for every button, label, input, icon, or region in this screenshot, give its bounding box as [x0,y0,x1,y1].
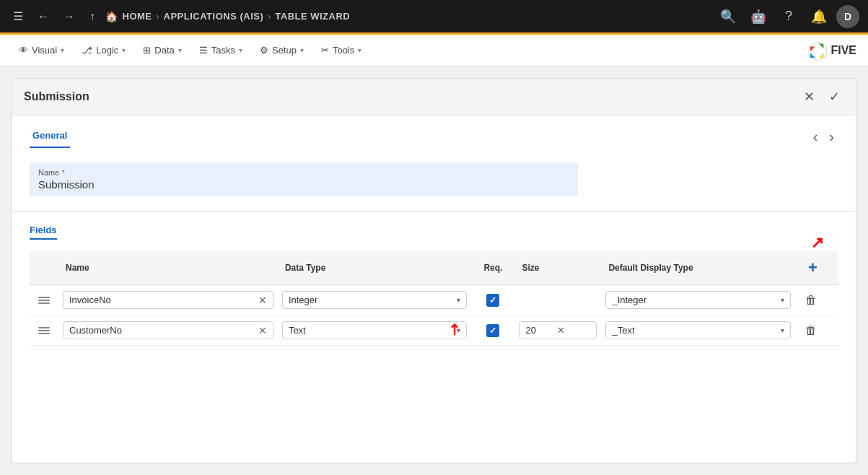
default-display-select-input-1[interactable]: _Integer [612,295,776,305]
table-row: InvoiceNo ✕ Integer Text [30,285,838,315]
default-display-select-input-2[interactable]: _Text [612,325,776,336]
name-clear-button-2[interactable]: ✕ [258,326,267,336]
datatype-select-input-2[interactable]: Text Integer Date [289,325,453,336]
default-display-cell-1: _Integer ▾ [601,285,795,315]
th-datatype: Data Type [278,251,472,285]
th-add: + ↙ [795,251,838,285]
panel-header-actions: ✕ ✓ [799,87,844,106]
delete-cell-2: 🗑 [795,315,838,346]
applications-label: APPLICATIONS (AIS) [164,11,264,22]
tasks-label: Tasks [211,45,235,56]
bot-button[interactable]: 🤖 [745,4,771,30]
menu-button[interactable]: ☰ [9,6,27,26]
tab-general[interactable]: General [30,124,70,148]
req-checkbox-1[interactable] [475,294,510,307]
delete-row-button-2[interactable]: 🗑 [799,323,823,339]
name-value-1: InvoiceNo [69,295,254,305]
nav-right-actions: 🔍 🤖 ? 🔔 D [715,4,859,30]
name-value-2: CustomerNo [69,325,254,336]
setup-label: Setup [272,45,297,56]
tabs-area: General [30,124,809,148]
logic-nav-item[interactable]: ⎇ Logic ▾ [74,40,133,60]
name-field-label: Name * [38,168,569,177]
tasks-nav-item[interactable]: ☰ Tasks ▾ [192,40,250,60]
search-button[interactable]: 🔍 [715,4,741,30]
data-icon: ⊞ [143,45,151,56]
tools-icon: ✂ [321,45,329,56]
breadcrumb-chevron-1: › [157,12,159,22]
size-input-2[interactable]: ✕ [519,321,597,339]
logic-icon: ⎇ [82,45,92,56]
data-nav-item[interactable]: ⊞ Data ▾ [136,40,188,60]
secondary-nav: 👁 Visual ▾ ⎇ Logic ▾ ⊞ Data ▾ ☰ Tasks ▾ … [0,35,868,66]
add-arrow-indicator: ↙ [811,235,824,251]
name-clear-button-1[interactable]: ✕ [258,295,267,305]
tools-label: Tools [333,45,354,56]
home-label: HOME [123,11,152,22]
drag-handle-1[interactable] [34,297,54,304]
req-checkbox-2[interactable] [475,324,510,337]
table-header-row: Name Data Type Req. Size Default Display… [30,251,838,285]
tools-nav-item[interactable]: ✂ Tools ▾ [314,40,369,60]
datatype-cell-1: Integer Text Date ▾ [278,285,472,315]
close-panel-button[interactable]: ✕ [799,87,819,106]
size-value-input-2[interactable] [525,325,554,336]
datatype-caret-2: ▾ [457,326,460,334]
req-cell-1 [471,285,514,315]
help-button[interactable]: ? [776,4,802,30]
data-caret: ▾ [178,46,182,54]
name-input-2[interactable]: CustomerNo ✕ [63,321,273,339]
fields-table: Name Data Type Req. Size Default Display… [30,251,838,346]
datatype-select-1[interactable]: Integer Text Date ▾ [282,291,468,309]
setup-nav-item[interactable]: ⚙ Setup ▾ [253,40,311,60]
req-checked-2[interactable] [486,324,499,337]
up-button[interactable]: ↑ [85,7,100,26]
name-field-value[interactable]: Submission [38,178,569,191]
name-cell-2: CustomerNo ✕ [58,315,278,346]
prev-nav-button[interactable]: ‹ [809,127,823,147]
main-content: Submission ✕ ✓ General ‹ › Name * [0,66,868,475]
size-cell-1 [514,285,601,315]
back-button[interactable]: ← [33,7,53,26]
default-display-caret-1: ▾ [781,296,784,304]
logic-caret: ▾ [122,46,126,54]
table-wizard-nav-item[interactable]: TABLE WIZARD [275,11,350,22]
req-checked-1[interactable] [486,294,499,307]
datatype-select-2[interactable]: Text Integer Date ▾ [282,321,468,339]
panel-content-area: General ‹ › Name * Submission Fields [12,116,856,463]
logic-label: Logic [96,45,118,56]
visual-nav-item[interactable]: 👁 Visual ▾ [12,40,71,60]
drag-handle-cell-2 [30,315,58,346]
delete-row-button-1[interactable]: 🗑 [799,292,823,308]
datatype-caret-1: ▾ [457,296,460,304]
add-field-button[interactable]: + [802,257,823,279]
setup-caret: ▾ [300,46,304,54]
name-input-1[interactable]: InvoiceNo ✕ [63,291,273,309]
size-clear-button-2[interactable]: ✕ [557,325,565,336]
setup-icon: ⚙ [260,45,268,56]
applications-nav-item[interactable]: APPLICATIONS (AIS) [164,11,264,22]
delete-cell-1: 🗑 [795,285,838,315]
next-nav-button[interactable]: › [825,127,838,147]
fields-section: Fields Name Data Type Req. Size Default … [12,212,856,463]
breadcrumb: 🏠 HOME › APPLICATIONS (AIS) › TABLE WIZA… [105,11,350,22]
panel-header: Submission ✕ ✓ [12,79,856,116]
datatype-select-input-1[interactable]: Integer Text Date [289,295,453,305]
home-nav-item[interactable]: 🏠 HOME [105,11,152,22]
req-cell-2: ↗ [471,315,514,346]
drag-handle-2[interactable] [34,327,54,334]
svg-text:◤: ◤ [810,45,815,52]
forward-button[interactable]: → [59,7,79,26]
default-display-select-2[interactable]: _Text ▾ [605,321,791,339]
five-logo: ◤ ◥ ◣ ◢ FIVE [807,40,856,61]
notification-button[interactable]: 🔔 [806,4,832,30]
fields-tab-label[interactable]: Fields [30,225,57,240]
confirm-panel-button[interactable]: ✓ [825,87,844,106]
general-section: Name * Submission [12,148,856,212]
avatar[interactable]: D [836,5,859,28]
default-display-select-1[interactable]: _Integer ▾ [605,291,791,309]
panel-title: Submission [24,90,799,103]
tools-caret: ▾ [358,46,361,54]
datatype-cell-2: Text Integer Date ▾ [278,315,472,346]
panel: Submission ✕ ✓ General ‹ › Name * [12,78,856,463]
